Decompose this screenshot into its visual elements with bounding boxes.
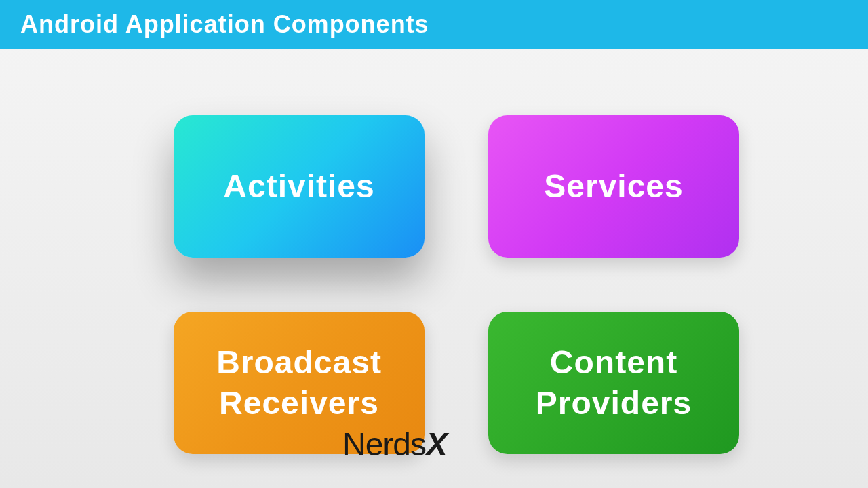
card-activities: Activities bbox=[174, 115, 425, 258]
card-services: Services bbox=[488, 115, 739, 258]
header-bar: Android Application Components bbox=[0, 0, 868, 49]
components-grid: Activities Services Broadcast Receivers … bbox=[0, 115, 868, 454]
card-services-label: Services bbox=[544, 166, 684, 207]
card-content-label: Content Providers bbox=[488, 342, 739, 424]
page-title: Android Application Components bbox=[20, 10, 429, 39]
card-content: Content Providers bbox=[488, 312, 739, 454]
watermark-text-2: X bbox=[426, 426, 447, 462]
watermark-text-1: Nerds bbox=[342, 426, 426, 462]
card-activities-label: Activities bbox=[223, 166, 374, 207]
card-broadcast-label: Broadcast Receivers bbox=[174, 342, 425, 424]
watermark-logo: NerdsX bbox=[342, 426, 447, 463]
